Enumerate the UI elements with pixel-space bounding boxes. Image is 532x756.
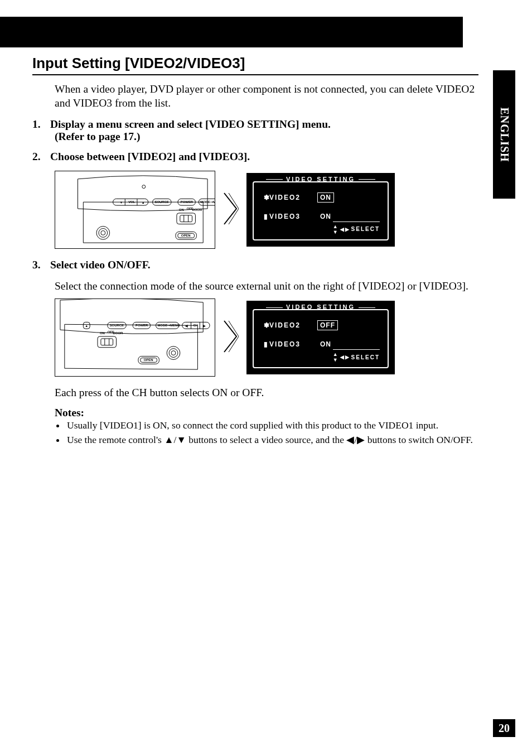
osd-label: VIDEO2 xyxy=(269,321,301,329)
osd-frame: ✽VIDEO2 OFF ▮VIDEO3 ON ▲▼ ◀▶ SELECT xyxy=(253,309,389,368)
select-label: SELECT xyxy=(351,226,380,232)
note2-part1: Use the remote control's xyxy=(67,434,164,445)
svg-text:OPEN: OPEN xyxy=(181,234,191,237)
updown-icon: ▲▼ xyxy=(333,224,339,235)
svg-rect-43 xyxy=(98,336,117,348)
step-1-text: Display a menu screen and select [VIDEO … xyxy=(50,118,331,130)
osd-row-video3: ▮VIDEO3 ON xyxy=(264,211,334,221)
svg-rect-17 xyxy=(180,215,192,222)
triangle-left-icon: ◀ xyxy=(346,434,354,445)
note2-part3: buttons to switch ON/OFF. xyxy=(365,434,473,445)
svg-text:ON: ON xyxy=(179,208,184,211)
step-2-number: 2. xyxy=(32,151,50,163)
triangle-down-icon: ▼ xyxy=(176,434,186,445)
svg-text:MODE⇢MENU: MODE⇢MENU xyxy=(200,200,215,204)
arrow-icon xyxy=(223,320,239,355)
svg-text:VOL: VOL xyxy=(128,200,136,204)
svg-point-52 xyxy=(171,351,176,355)
figure-row-1: ▼ VOL ▲ SOURCE POWER MODE⇢MENU ON OFF DO… xyxy=(55,171,478,249)
svg-rect-16 xyxy=(177,213,196,224)
section-heading: Input Setting [VIDEO2/VIDEO3] xyxy=(32,55,478,75)
notes-list: Usually [VIDEO1] is ON, so connect the c… xyxy=(66,419,478,446)
osd-select-hint: ▲▼ ◀▶ SELECT xyxy=(333,221,380,235)
svg-text:CH: CH xyxy=(193,324,198,327)
svg-text:SOURCE: SOURCE xyxy=(154,200,168,204)
svg-text:▶: ▶ xyxy=(202,324,206,328)
osd-value: ON xyxy=(317,339,334,349)
svg-point-51 xyxy=(169,349,178,358)
osd-row-video2: ✽VIDEO2 OFF xyxy=(264,320,338,330)
step-1-subtext: (Refer to page 17.) xyxy=(55,131,478,143)
svg-text:POWER: POWER xyxy=(181,200,194,204)
svg-text:▲: ▲ xyxy=(85,324,88,328)
header-black-bar xyxy=(0,17,463,47)
svg-point-0 xyxy=(142,185,146,188)
osd-row-video3: ▮VIDEO3 ON xyxy=(264,339,334,349)
head-unit-illustration-1: ▼ VOL ▲ SOURCE POWER MODE⇢MENU ON OFF DO… xyxy=(55,171,215,249)
svg-text:▼: ▼ xyxy=(119,201,123,204)
osd-label: VIDEO3 xyxy=(269,213,301,220)
triangle-right-icon: ▶ xyxy=(357,434,365,445)
svg-text:POWER: POWER xyxy=(136,324,148,327)
svg-text:MODE⇢MENU: MODE⇢MENU xyxy=(157,324,180,327)
step-3: 3.Select video ON/OFF. xyxy=(32,259,478,271)
step-3-number: 3. xyxy=(32,259,50,271)
updown-icon: ▲▼ xyxy=(333,351,339,363)
svg-text:SOURCE: SOURCE xyxy=(110,324,124,327)
osd-frame: ✽VIDEO2 ON ▮VIDEO3 ON ▲▼ ◀▶ SELECT xyxy=(253,181,389,240)
step-1: 1.Display a menu screen and select [VIDE… xyxy=(32,118,478,143)
svg-text:▲: ▲ xyxy=(142,201,145,204)
osd-row-video2: ✽VIDEO2 ON xyxy=(264,192,334,203)
intro-paragraph: When a video player, DVD player or other… xyxy=(55,82,478,110)
step-3-text: Select video ON/OFF. xyxy=(50,259,151,271)
svg-text:ON: ON xyxy=(100,331,105,335)
osd-value: ON xyxy=(317,192,334,203)
triangle-up-icon: ▲ xyxy=(164,434,173,445)
svg-rect-44 xyxy=(101,339,113,345)
svg-text:DOOR: DOOR xyxy=(192,208,202,211)
row-marker-icon: ▮ xyxy=(264,213,268,220)
svg-text:◀: ◀ xyxy=(185,324,188,328)
select-label: SELECT xyxy=(351,354,380,360)
osd-label: VIDEO2 xyxy=(269,194,301,201)
step-3-body: Select the connection mode of the source… xyxy=(55,279,478,293)
language-tab-text: ENGLISH xyxy=(498,107,511,162)
svg-text:OPEN: OPEN xyxy=(144,358,153,362)
after-figure-text: Each press of the CH button selects ON o… xyxy=(55,387,478,399)
note-item-1: Usually [VIDEO1] is ON, so connect the c… xyxy=(66,419,478,432)
osd-screen-2: VIDEO SETTING ✽VIDEO2 OFF ▮VIDEO3 ON ▲▼ … xyxy=(246,301,395,374)
language-tab: ENGLISH xyxy=(493,70,515,199)
osd-select-hint: ▲▼ ◀▶ SELECT xyxy=(333,349,380,363)
osd-screen-1: VIDEO SETTING ✽VIDEO2 ON ▮VIDEO3 ON ▲▼ ◀… xyxy=(246,173,395,247)
osd-label: VIDEO3 xyxy=(269,340,301,348)
step-1-number: 1. xyxy=(32,118,50,131)
osd-value: ON xyxy=(317,211,334,221)
notes-heading: Notes: xyxy=(55,407,478,419)
row-marker-icon: ▮ xyxy=(264,340,268,348)
svg-text:DOOR: DOOR xyxy=(113,331,123,335)
page-content: Input Setting [VIDEO2/VIDEO3] When a vid… xyxy=(32,55,478,447)
row-marker-icon: ✽ xyxy=(264,194,268,201)
osd-value: OFF xyxy=(317,320,338,330)
page-number: 20 xyxy=(493,719,515,737)
step-2: 2.Choose between [VIDEO2] and [VIDEO3]. xyxy=(32,151,478,163)
leftright-icon: ◀▶ xyxy=(340,354,350,360)
svg-point-25 xyxy=(101,230,105,235)
head-unit-illustration-2: ▲ SOURCE POWER MODE⇢MENU ◀ CH ▶ ON OFF D… xyxy=(55,298,215,377)
step-2-text: Choose between [VIDEO2] and [VIDEO3]. xyxy=(50,151,250,162)
note2-part2: buttons to select a video source, and th… xyxy=(186,434,347,445)
leftright-icon: ◀▶ xyxy=(340,227,350,232)
svg-point-24 xyxy=(99,228,108,237)
arrow-icon xyxy=(223,192,239,228)
row-marker-icon: ✽ xyxy=(264,321,268,329)
note-item-2: Use the remote control's ▲/▼ buttons to … xyxy=(66,434,478,447)
figure-row-2: ▲ SOURCE POWER MODE⇢MENU ◀ CH ▶ ON OFF D… xyxy=(55,298,478,377)
